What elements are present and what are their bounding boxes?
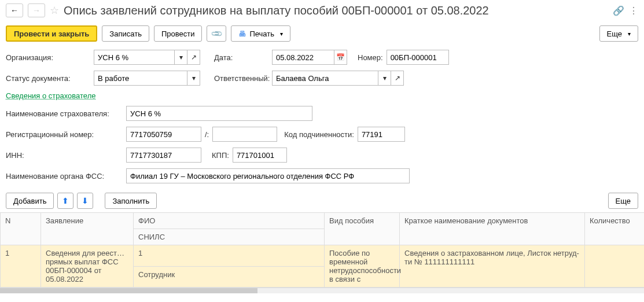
open-icon[interactable]: ↗ bbox=[391, 71, 404, 86]
cell-snils: Сотрудник bbox=[134, 266, 325, 288]
post-button[interactable]: Провести bbox=[154, 25, 203, 42]
status-label: Статус документа: bbox=[6, 74, 90, 83]
calendar-icon[interactable]: 📅 bbox=[334, 50, 347, 65]
col-snils[interactable]: СНИЛС bbox=[134, 229, 325, 245]
table-header-row: N Заявление ФИО Вид пособия Краткое наим… bbox=[1, 213, 645, 229]
table-row[interactable]: 1 Сведения для реест… прямых выплат ФСС … bbox=[1, 245, 645, 267]
number-input[interactable] bbox=[387, 50, 449, 65]
cell-n: 1 bbox=[1, 245, 41, 288]
dropdown-icon[interactable]: ▾ bbox=[378, 71, 391, 86]
col-n[interactable]: N bbox=[1, 213, 41, 245]
fss-label: Наименование органа ФСС: bbox=[6, 172, 123, 181]
toolbar-more-button[interactable]: Еще bbox=[599, 25, 638, 42]
fss-input[interactable] bbox=[126, 168, 410, 183]
reg-number-input[interactable] bbox=[126, 127, 201, 142]
page-title: Опись заявлений сотрудников на выплату п… bbox=[64, 4, 608, 17]
reg-number-ext-input[interactable] bbox=[212, 127, 277, 142]
sub-code-input[interactable] bbox=[358, 127, 405, 142]
print-button[interactable]: 🖶 Печать bbox=[231, 25, 290, 42]
fill-button[interactable]: Заполнить bbox=[105, 193, 157, 209]
status-input[interactable] bbox=[94, 71, 187, 86]
printer-icon: 🖶 bbox=[238, 30, 246, 38]
reg-slash-label: /: bbox=[205, 130, 209, 139]
save-button[interactable]: Записать bbox=[102, 25, 149, 42]
sub-code-label: Код подчиненности: bbox=[284, 130, 354, 139]
dropdown-icon[interactable]: ▾ bbox=[187, 71, 200, 86]
col-doc-short[interactable]: Краткое наименование документов bbox=[400, 213, 585, 245]
applications-table[interactable]: N Заявление ФИО Вид пособия Краткое наим… bbox=[0, 212, 644, 288]
cell-benefit-type: Пособие по временной нетрудоспособности … bbox=[325, 245, 400, 288]
col-application[interactable]: Заявление bbox=[41, 213, 134, 245]
attach-button[interactable]: 📎 bbox=[207, 25, 226, 42]
kpp-label: КПП: bbox=[212, 151, 229, 160]
attachment-link-icon[interactable]: 🔗 bbox=[613, 5, 624, 16]
cell-application: Сведения для реест… прямых выплат ФСС 00… bbox=[41, 245, 134, 288]
table-more-button[interactable]: Еще bbox=[608, 193, 638, 209]
nav-forward-button[interactable]: → bbox=[28, 3, 45, 17]
print-label: Печать bbox=[249, 30, 274, 38]
insurer-info-link[interactable]: Сведения о страхователе bbox=[6, 91, 95, 100]
date-label: Дата: bbox=[214, 53, 268, 62]
col-qty[interactable]: Количество bbox=[585, 213, 645, 245]
add-row-button[interactable]: Добавить bbox=[6, 193, 54, 209]
dropdown-icon[interactable]: ▾ bbox=[175, 50, 187, 65]
reg-number-label: Регистрационный номер: bbox=[6, 130, 123, 139]
horizontal-scrollbar[interactable] bbox=[0, 288, 644, 293]
paperclip-icon: 📎 bbox=[210, 27, 223, 40]
responsible-input[interactable] bbox=[272, 71, 378, 86]
favorite-star-icon[interactable]: ☆ bbox=[50, 4, 59, 17]
org-label: Организация: bbox=[6, 53, 90, 62]
insurer-name-input[interactable] bbox=[126, 106, 312, 121]
col-benefit-type[interactable]: Вид пособия bbox=[325, 213, 400, 245]
insurer-name-label: Наименование страхователя: bbox=[6, 109, 123, 118]
inn-label: ИНН: bbox=[6, 151, 123, 160]
cell-doc-short: Сведения о застрахованном лице, Листок н… bbox=[400, 245, 585, 288]
post-and-close-button[interactable]: Провести и закрыть bbox=[6, 25, 97, 42]
responsible-label: Ответственный: bbox=[214, 74, 268, 83]
move-up-button[interactable]: ⬆ bbox=[57, 193, 73, 209]
open-icon[interactable]: ↗ bbox=[187, 50, 200, 65]
cell-qty bbox=[585, 245, 645, 288]
col-fio[interactable]: ФИО bbox=[134, 213, 325, 229]
scrollbar-thumb[interactable] bbox=[0, 288, 257, 293]
date-input[interactable] bbox=[272, 50, 334, 65]
inn-input[interactable] bbox=[126, 148, 201, 163]
move-down-button[interactable]: ⬇ bbox=[77, 193, 93, 209]
nav-back-button[interactable]: ← bbox=[6, 3, 23, 17]
org-input[interactable] bbox=[94, 50, 175, 65]
cell-fio: 1 bbox=[134, 245, 325, 267]
number-label: Номер: bbox=[358, 53, 383, 62]
kpp-input[interactable] bbox=[233, 148, 287, 163]
header-more-icon[interactable]: ⋮ bbox=[629, 5, 638, 16]
